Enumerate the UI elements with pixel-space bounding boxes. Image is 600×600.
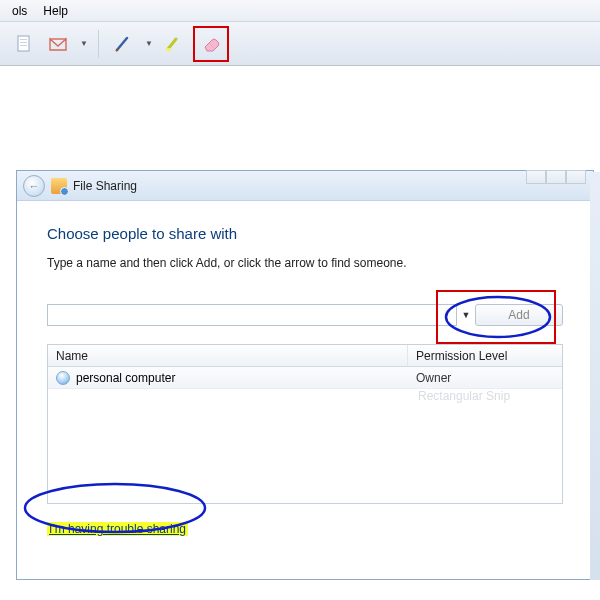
add-person-row: ▼ Add — [47, 304, 563, 326]
highlighter-icon — [163, 34, 183, 54]
table-row[interactable]: personal computer Owner — [48, 367, 562, 389]
svg-rect-0 — [18, 36, 29, 51]
person-name-input[interactable] — [47, 304, 457, 326]
share-list-table: Name Permission Level personal computer … — [47, 344, 563, 504]
file-sharing-dialog: ← File Sharing Choose people to share wi… — [16, 170, 594, 580]
pen-icon — [113, 34, 133, 54]
row-permission: Owner — [408, 371, 562, 385]
win-ctrl[interactable] — [566, 170, 586, 184]
window-controls-bg — [526, 170, 586, 184]
sharing-icon — [51, 178, 67, 194]
new-snip-button[interactable] — [10, 30, 38, 58]
document-icon — [14, 34, 34, 54]
dialog-body: Choose people to share with Type a name … — [17, 201, 593, 546]
eraser-icon — [200, 34, 222, 54]
envelope-icon — [47, 34, 69, 54]
trouble-sharing-link[interactable]: I'm having trouble sharing — [47, 522, 188, 536]
svg-rect-4 — [166, 48, 171, 51]
dropdown-arrow-icon[interactable]: ▼ — [80, 39, 88, 48]
back-button[interactable]: ← — [23, 175, 45, 197]
person-dropdown-arrow[interactable]: ▼ — [459, 304, 473, 326]
row-name: personal computer — [76, 371, 175, 385]
table-header: Name Permission Level — [48, 345, 562, 367]
svg-rect-2 — [20, 42, 27, 43]
dropdown-arrow-icon[interactable]: ▼ — [145, 39, 153, 48]
svg-rect-3 — [20, 45, 27, 46]
dialog-heading: Choose people to share with — [47, 225, 563, 242]
menu-help[interactable]: Help — [35, 2, 76, 20]
win-ctrl[interactable] — [546, 170, 566, 184]
divider — [98, 30, 99, 58]
eraser-tool-selected — [193, 26, 229, 62]
column-name[interactable]: Name — [48, 345, 408, 366]
toolbar: ▼ ▼ — [0, 22, 600, 66]
highlighter-button[interactable] — [159, 30, 187, 58]
blank-area — [0, 66, 600, 172]
dialog-titlebar: ← File Sharing — [17, 171, 593, 201]
user-icon — [56, 371, 70, 385]
send-snip-button[interactable] — [44, 30, 72, 58]
svg-rect-1 — [20, 39, 27, 40]
add-button[interactable]: Add — [475, 304, 563, 326]
pen-blue-button[interactable] — [109, 30, 137, 58]
menu-tools[interactable]: ols — [4, 2, 35, 20]
column-permission[interactable]: Permission Level — [408, 345, 562, 366]
menubar: ols Help — [0, 0, 600, 22]
win-ctrl[interactable] — [526, 170, 546, 184]
right-edge — [590, 172, 600, 580]
watermark-text: Rectangular Snip — [418, 389, 510, 403]
dialog-title: File Sharing — [73, 179, 137, 193]
dialog-subtext: Type a name and then click Add, or click… — [47, 256, 563, 270]
eraser-button[interactable] — [197, 30, 225, 58]
